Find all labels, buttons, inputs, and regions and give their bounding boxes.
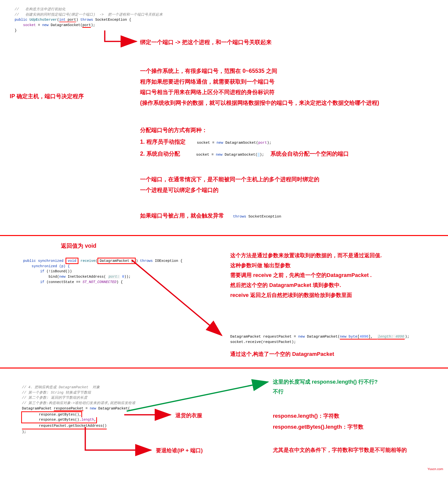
watermark: Yuucn.com xyxy=(428,467,443,471)
code-comment: // 第二个参数: 返回的字节数组的长度 xyxy=(22,396,87,400)
annotation-text: receive 返回之后自然把读到的数据给放到参数里面 xyxy=(230,290,382,300)
section-2: 返回值为 void public synchronized void recei… xyxy=(0,236,448,368)
annotation-text: 程序如果想要进行网络通信，就需要获取到一个端口号 xyxy=(140,76,379,87)
code-block-2: public synchronized void receive(Datagra… xyxy=(23,253,182,285)
annotation-text: response.getBytes().length：字节数 xyxy=(273,423,363,431)
inline-code: throws SocketException xyxy=(233,215,281,219)
inline-code: socket = new DatagramSocket( ); xyxy=(196,153,264,157)
code-line: response.getBytes(), xyxy=(21,411,82,417)
annotation-block: 这个方法是通过参数来放置读取到的数据的，而不是通过返回值. 这种参数叫做 输出型… xyxy=(230,251,382,300)
annotation-text: 这里的长度写成 response.length() 行不行? xyxy=(273,378,378,386)
annotation-text: 通过这个,构造了一个空的 DatagramPacket xyxy=(230,350,334,358)
annotation-block: 分配端口号的方式有两种： 1. 程序员手动指定 socket = new Dat… xyxy=(140,124,349,160)
annotation-text: 这个方法是通过参数来放置读取到的数据的，而不是通过返回值. xyxy=(230,251,382,261)
annotation-text: 一个端口，在通常情况下，是不能被同一个主机上的多个进程同时绑定的 xyxy=(140,174,319,185)
code-line: socket.receive(requestPacket); xyxy=(230,340,296,344)
code-line: requestPacket.getSocketAddress() xyxy=(22,423,107,429)
inline-code-block: DatagramPacket requestPacket = new Datag… xyxy=(230,329,409,345)
annotation-text: 退货的衣服 xyxy=(175,412,202,419)
annotation-block: 一个端口，在通常情况下，是不能被同一个主机上的多个进程同时绑定的 一个进程是可以… xyxy=(140,174,319,195)
annotation-row: 如果端口号被占用，就会触发异常 throws SocketException xyxy=(140,212,281,220)
annotation-text: 绑定一个端口 -> 把这个进程，和一个端口号关联起来 xyxy=(140,38,272,46)
code-line: bind(new InetSocketAddress( port: 0)); xyxy=(48,275,131,279)
annotation-row: 2. 系统自动分配 socket = new DatagramSocket( )… xyxy=(140,148,349,160)
code-line: synchronized (p) { xyxy=(32,264,70,268)
code-comment: // 第一个参数: String 转换成字节数组 xyxy=(22,391,91,395)
code-line: public synchronized void receive(Datagra… xyxy=(23,258,182,264)
annotation-block: 一个操作系统上，有很多端口号，范围在 0~65535 之间 程序如果想要进行网络… xyxy=(140,66,379,108)
annotation-text: 需要调用 receive 之前，先构造一个空的DatagramPacket . xyxy=(230,270,382,280)
annotation-text: 这种参数叫做 输出型参数 xyxy=(230,261,382,271)
annotation-text: 如果端口号被占用，就会触发异常 xyxy=(140,212,224,219)
code-line: response.getBytes().length, xyxy=(21,417,97,423)
section-1: // 在构造方法中进行初始化 // 创建实例的同时指定端口号(绑定一个端口) -… xyxy=(0,0,448,235)
annotation-text: 要退给谁(IP + 端口) xyxy=(156,447,203,454)
annotation-text: 2. 系统自动分配 xyxy=(140,151,180,157)
code-line: if (connectState == ST_NOT_CONNECTED) { xyxy=(40,280,123,284)
annotation-text: 尤其是在中文的条件下，字符数和字节数是不可能相等的 xyxy=(273,446,407,454)
code-line: ); xyxy=(22,430,26,434)
annotation-text: 1. 程序员手动指定 xyxy=(140,139,186,145)
annotation-text: 一个进程是可以绑定多个端口的 xyxy=(140,185,319,196)
code-comment: // 4. 把响应构造成 DatagramPacket 对象 xyxy=(22,385,100,389)
code-comment: // 创建实例的同时指定端口号(绑定一个端口) -> 把一个进程和一个端口号关联… xyxy=(15,13,163,17)
annotation-row: 1. 程序员手动指定 socket = new DatagramSocket(p… xyxy=(140,136,349,148)
code-line: if (!isBound()) xyxy=(40,269,72,273)
code-comment: // 在构造方法中进行初始化 xyxy=(15,7,66,11)
code-line: DatagramPacket responsePacket = new Data… xyxy=(22,406,130,411)
code-block-1: // 在构造方法中进行初始化 // 创建实例的同时指定端口号(绑定一个端口) -… xyxy=(15,1,163,33)
code-block-3: // 4. 把响应构造成 DatagramPacket 对象 // 第一个参数:… xyxy=(22,379,135,435)
annotation-text: 端口号相当于用来在网络上区分不同进程的身份标识符 xyxy=(140,87,379,98)
inline-code: socket = new DatagramSocket(port); xyxy=(197,141,271,145)
annotation-text: 系统会自动分配一个空闲的端口 xyxy=(270,151,349,157)
svg-line-3 xyxy=(127,382,268,411)
annotation-text: (操作系统收到网卡的数据，就可以根据网络数据报中的端口号，来决定把这个数据交给哪… xyxy=(140,98,379,108)
annotation-text: 不行 xyxy=(273,388,284,395)
annotation-text: 然后把这个空的 DatagramPacket 填到参数中. xyxy=(230,280,382,290)
annotation-title: 返回值为 void xyxy=(61,242,96,250)
annotation-text: 分配端口号的方式有两种： xyxy=(140,124,349,136)
annotation-text: response.length()：字符数 xyxy=(273,412,339,420)
annotation-overlay-1 xyxy=(0,0,448,235)
annotation-text: 一个操作系统上，有很多端口号，范围在 0~65535 之间 xyxy=(140,66,379,76)
annotation-text: IP 确定主机，端口号决定程序 xyxy=(10,93,84,100)
code-line: public UdpEchoServer(int port) throws So… xyxy=(15,18,131,22)
code-comment: // 第三个参数:构造响应对象->谁给咱们发来的请求,就把响应发给谁 xyxy=(22,401,135,405)
code-line: socket = new DatagramSocket(port); xyxy=(23,23,95,28)
code-line: DatagramPacket requestPacket = new Datag… xyxy=(230,335,409,340)
section-3: // 4. 把响应构造成 DatagramPacket 对象 // 第一个参数:… xyxy=(0,369,448,473)
